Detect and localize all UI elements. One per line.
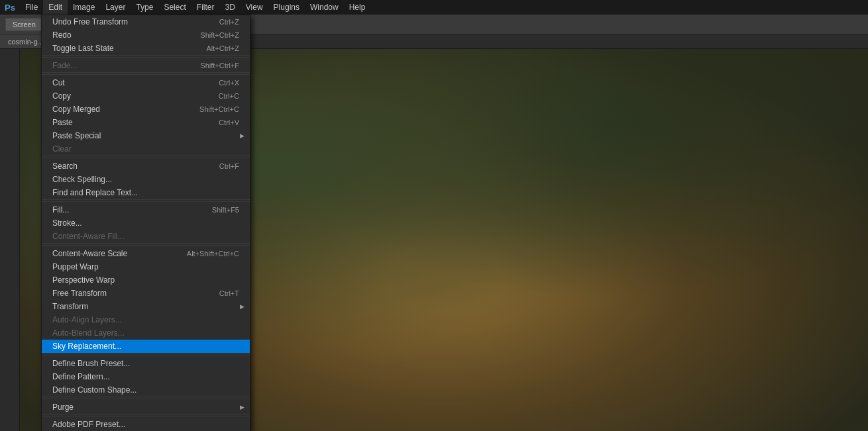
shortcut: Shift+Ctrl+Z <box>200 31 239 39</box>
shortcut: Shift+Ctrl+F <box>200 62 239 70</box>
menu-item-paste-special[interactable]: Paste Special <box>42 129 250 142</box>
menu-label: Check Spelling... <box>52 175 112 184</box>
menu-item-type[interactable]: Type <box>131 0 158 15</box>
separator-2 <box>42 74 250 75</box>
menu-item-purge[interactable]: Purge <box>42 401 250 414</box>
left-sidebar <box>0 49 20 431</box>
menu-bar: Ps File Edit Image Layer Type Select Fil… <box>0 0 868 15</box>
menu-item-3d[interactable]: 3D <box>219 0 240 15</box>
menu-label: Copy <box>52 91 71 101</box>
menu-item-plugins[interactable]: Plugins <box>268 0 305 15</box>
menu-label: Fade... <box>52 61 77 70</box>
screen-button[interactable]: Screen <box>5 18 43 31</box>
menu-section-undoredo: Undo Free Transform Ctrl+Z Redo Shift+Ct… <box>42 15 250 56</box>
menu-item-help[interactable]: Help <box>344 0 371 15</box>
shortcut: Shift+Ctrl+C <box>199 105 239 113</box>
menu-label: Copy Merged <box>52 105 100 114</box>
shortcut: Ctrl+T <box>219 289 239 297</box>
menu-label: Find and Replace Text... <box>52 188 138 197</box>
shortcut: Shift+F5 <box>212 206 239 214</box>
shortcut: Alt+Shift+Ctrl+C <box>187 250 239 258</box>
menu-item-cut[interactable]: Cut Ctrl+X <box>42 76 250 89</box>
menu-section-fill: Fill... Shift+F5 Stroke... Content-Aware… <box>42 203 250 244</box>
menu-item-perspective-warp[interactable]: Perspective Warp <box>42 273 250 287</box>
menu-item-adobe-pdf-preset[interactable]: Adobe PDF Preset... <box>42 418 250 431</box>
menu-label: Define Pattern... <box>52 372 110 381</box>
menu-item-content-aware-fill[interactable]: Content-Aware Fill... <box>42 230 250 243</box>
menu-item-undo-free-transform[interactable]: Undo Free Transform Ctrl+Z <box>42 15 250 28</box>
shortcut: Alt+Ctrl+Z <box>206 44 239 52</box>
menu-section-transform: Content-Aware Scale Alt+Shift+Ctrl+C Pup… <box>42 247 250 354</box>
menu-section-adobe-pdf: Adobe PDF Preset... <box>42 418 250 431</box>
separator-4 <box>42 201 250 202</box>
menu-label: Auto-Blend Layers... <box>52 328 125 338</box>
menu-label: Adobe PDF Preset... <box>52 420 125 429</box>
menu-item-window[interactable]: Window <box>305 0 344 15</box>
menu-item-puppet-warp[interactable]: Puppet Warp <box>42 260 250 273</box>
separator-7 <box>42 399 250 399</box>
menu-label: Define Custom Shape... <box>52 385 136 395</box>
menu-label: Content-Aware Scale <box>52 249 127 258</box>
menu-item-copy[interactable]: Copy Ctrl+C <box>42 89 250 103</box>
menu-item-image[interactable]: Image <box>68 0 100 15</box>
separator-1 <box>42 57 250 58</box>
menu-label: Purge <box>52 403 74 412</box>
menu-item-fade[interactable]: Fade... Shift+Ctrl+F <box>42 59 250 72</box>
menu-item-free-transform[interactable]: Free Transform Ctrl+T <box>42 287 250 300</box>
menu-section-search: Search Ctrl+F Check Spelling... Find and… <box>42 160 250 200</box>
menu-item-content-aware-scale[interactable]: Content-Aware Scale Alt+Shift+Ctrl+C <box>42 247 250 260</box>
menu-item-filter[interactable]: Filter <box>191 0 220 15</box>
shortcut: Ctrl+F <box>219 162 239 170</box>
menu-items: File Edit Image Layer Type Select Filter… <box>20 0 370 15</box>
menu-item-clear[interactable]: Clear <box>42 142 250 156</box>
menu-item-layer[interactable]: Layer <box>100 0 131 15</box>
menu-item-select[interactable]: Select <box>158 0 191 15</box>
menu-label: Puppet Warp <box>52 262 99 271</box>
menu-item-fill[interactable]: Fill... Shift+F5 <box>42 203 250 216</box>
menu-item-toggle-last-state[interactable]: Toggle Last State Alt+Ctrl+Z <box>42 42 250 55</box>
menu-label: Paste Special <box>52 131 101 140</box>
menu-label: Transform <box>52 302 88 311</box>
separator-3 <box>42 158 250 158</box>
menu-item-define-custom-shape[interactable]: Define Custom Shape... <box>42 383 250 397</box>
menu-label: Search <box>52 162 78 171</box>
menu-section-clipboard: Cut Ctrl+X Copy Ctrl+C Copy Merged Shift… <box>42 76 250 156</box>
menu-label: Fill... <box>52 205 69 215</box>
shortcut: Ctrl+X <box>219 79 239 87</box>
menu-item-view[interactable]: View <box>241 0 268 15</box>
menu-item-stroke[interactable]: Stroke... <box>42 216 250 230</box>
shortcut: Ctrl+Z <box>219 18 239 26</box>
menu-label: Define Brush Preset... <box>52 359 130 368</box>
menu-label: Paste <box>52 118 73 127</box>
menu-section-fade: Fade... Shift+Ctrl+F <box>42 59 250 73</box>
separator-6 <box>42 355 250 356</box>
menu-label: Auto-Align Layers... <box>52 315 122 324</box>
edit-menu-dropdown: Undo Free Transform Ctrl+Z Redo Shift+Ct… <box>41 15 250 431</box>
menu-item-sky-replacement[interactable]: Sky Replacement... <box>42 340 250 353</box>
menu-item-transform[interactable]: Transform <box>42 300 250 313</box>
menu-item-check-spelling[interactable]: Check Spelling... <box>42 173 250 186</box>
menu-item-edit[interactable]: Edit <box>43 0 68 15</box>
menu-item-auto-align[interactable]: Auto-Align Layers... <box>42 313 250 326</box>
menu-label: Undo Free Transform <box>52 17 128 26</box>
menu-item-file[interactable]: File <box>20 0 43 15</box>
menu-label: Redo <box>52 30 72 40</box>
menu-item-auto-blend[interactable]: Auto-Blend Layers... <box>42 326 250 340</box>
menu-item-define-pattern[interactable]: Define Pattern... <box>42 370 250 383</box>
menu-section-purge: Purge <box>42 401 250 414</box>
menu-label: Stroke... <box>52 218 82 228</box>
app-logo: Ps <box>0 0 20 15</box>
menu-item-paste[interactable]: Paste Ctrl+V <box>42 116 250 129</box>
shortcut: Ctrl+V <box>219 119 239 126</box>
shortcut: Ctrl+C <box>219 92 239 100</box>
menu-item-find-replace[interactable]: Find and Replace Text... <box>42 186 250 199</box>
menu-section-define: Define Brush Preset... Define Pattern...… <box>42 357 250 397</box>
menu-item-search[interactable]: Search Ctrl+F <box>42 160 250 173</box>
menu-label: Content-Aware Fill... <box>52 232 125 241</box>
menu-label: Sky Replacement... <box>52 342 121 351</box>
menu-label: Clear <box>52 144 72 154</box>
menu-item-copy-merged[interactable]: Copy Merged Shift+Ctrl+C <box>42 103 250 116</box>
menu-item-define-brush[interactable]: Define Brush Preset... <box>42 357 250 370</box>
menu-label: Toggle Last State <box>52 44 114 53</box>
menu-item-redo[interactable]: Redo Shift+Ctrl+Z <box>42 28 250 42</box>
